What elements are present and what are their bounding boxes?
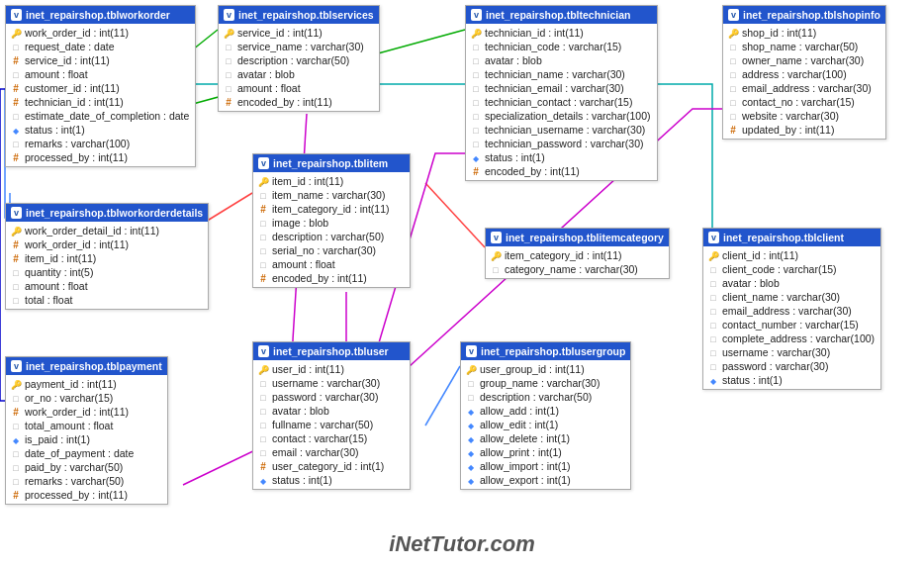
field-label: complete_address : varchar(100): [722, 332, 875, 344]
field-row: □description : varchar(50): [219, 53, 379, 67]
field-label: updated_by : int(11): [742, 124, 834, 136]
field-row: 🔑client_id : int(11): [703, 248, 880, 262]
field-icon: □: [465, 392, 477, 403]
field-row: □address : varchar(100): [723, 67, 885, 81]
table-title-tblusergroup: inet_repairshop.tblusergroup: [481, 345, 625, 357]
field-label: user_group_id : int(11): [480, 363, 585, 375]
field-icon: ◆: [257, 475, 269, 486]
field-icon: □: [707, 306, 719, 317]
field-label: item_name : varchar(30): [272, 189, 385, 201]
table-header-tblpayment: vinet_repairshop.tblpayment: [6, 357, 167, 375]
field-label: email_address : varchar(30): [722, 305, 852, 317]
field-label: allow_import : int(1): [480, 460, 571, 472]
field-label: allow_export : int(1): [480, 474, 571, 486]
field-row: #work_order_id : int(11): [6, 405, 167, 419]
field-icon: #: [10, 239, 22, 250]
field-label: technician_email : varchar(30): [485, 82, 624, 94]
field-label: item_category_id : int(11): [505, 249, 621, 261]
field-icon: □: [470, 83, 482, 94]
field-icon: □: [707, 320, 719, 331]
field-row: □email_address : varchar(30): [703, 304, 880, 318]
field-icon: 🔑: [10, 28, 22, 39]
field-row: □technician_email : varchar(30): [466, 81, 657, 95]
field-row: 🔑work_order_detail_id : int(11): [6, 224, 208, 237]
field-row: ◆status : int(1): [466, 150, 657, 164]
field-label: shop_name : varchar(50): [742, 41, 858, 52]
field-row: #work_order_id : int(11): [6, 237, 208, 251]
field-label: client_id : int(11): [722, 249, 798, 261]
field-label: encoded_by : int(11): [485, 165, 580, 177]
field-label: contact_no : varchar(15): [742, 96, 855, 108]
field-icon: □: [257, 420, 269, 430]
field-row: □email : varchar(30): [253, 445, 410, 459]
table-title-tblitemcategory: inet_repairshop.tblitemcategory: [506, 232, 664, 243]
field-label: fullname : varchar(50): [272, 419, 373, 430]
field-row: □amount : float: [253, 257, 410, 271]
table-type-icon-tblclient: v: [708, 232, 719, 243]
table-header-tblworkorder: vinet_repairshop.tblworkorder: [6, 6, 195, 24]
field-label: owner_name : varchar(30): [742, 54, 864, 66]
field-icon: □: [470, 69, 482, 80]
field-label: allow_delete : int(1): [480, 432, 570, 444]
field-row: #technician_id : int(11): [6, 95, 195, 109]
field-row: □estimate_date_of_completion : date: [6, 109, 195, 123]
field-icon: #: [10, 152, 22, 163]
field-label: serial_no : varchar(30): [272, 244, 376, 256]
field-label: username : varchar(30): [722, 346, 830, 358]
field-label: amount : float: [237, 82, 301, 94]
table-tblusergroup: vinet_repairshop.tblusergroup🔑user_group…: [460, 341, 631, 490]
field-icon: □: [490, 264, 502, 275]
field-icon: □: [727, 55, 739, 66]
field-label: avatar : blob: [485, 54, 542, 66]
field-row: □amount : float: [6, 279, 208, 293]
field-row: □shop_name : varchar(50): [723, 40, 885, 53]
field-icon: □: [707, 278, 719, 289]
table-body-tbltechnician: 🔑technician_id : int(11)□technician_code…: [466, 24, 657, 180]
field-row: 🔑item_category_id : int(11): [486, 248, 669, 262]
field-row: □quantity : int(5): [6, 265, 208, 279]
field-row: □request_date : date: [6, 40, 195, 53]
table-title-tbluser: inet_repairshop.tbluser: [273, 345, 389, 357]
field-row: □paid_by : varchar(50): [6, 460, 167, 474]
field-row: 🔑work_order_id : int(11): [6, 26, 195, 40]
field-label: allow_add : int(1): [480, 405, 559, 417]
field-row: #encoded_by : int(11): [219, 95, 379, 109]
table-title-tblshopinfo: inet_repairshop.tblshopinfo: [743, 9, 880, 21]
field-icon: ◆: [465, 475, 477, 486]
field-label: password : varchar(30): [722, 360, 828, 372]
field-icon: □: [10, 267, 22, 278]
field-icon: □: [257, 245, 269, 256]
table-header-tblitemcategory: vinet_repairshop.tblitemcategory: [486, 229, 669, 246]
field-label: image : blob: [272, 217, 328, 229]
field-icon: ◆: [465, 433, 477, 444]
field-icon: □: [10, 476, 22, 487]
field-row: □technician_password : varchar(30): [466, 137, 657, 150]
field-row: □website : varchar(30): [723, 109, 885, 123]
field-label: technician_id : int(11): [25, 96, 124, 108]
svg-line-7: [425, 366, 460, 426]
field-row: #updated_by : int(11): [723, 123, 885, 137]
field-row: □amount : float: [6, 67, 195, 81]
table-body-tblitemcategory: 🔑item_category_id : int(11)□category_nam…: [486, 246, 669, 278]
field-icon: □: [10, 42, 22, 52]
field-label: avatar : blob: [722, 277, 780, 289]
table-body-tblitem: 🔑item_id : int(11)□item_name : varchar(3…: [253, 172, 410, 287]
field-row: □group_name : varchar(30): [461, 376, 630, 390]
field-row: ◆allow_edit : int(1): [461, 418, 630, 431]
svg-line-0: [193, 30, 218, 49]
field-row: 🔑payment_id : int(11): [6, 377, 167, 391]
field-row: ◆status : int(1): [6, 123, 195, 137]
field-icon: □: [257, 406, 269, 417]
svg-line-4: [425, 183, 485, 247]
db-canvas: vinet_repairshop.tblworkorder🔑work_order…: [0, 0, 924, 569]
field-label: contact : varchar(15): [272, 432, 367, 444]
field-label: customer_id : int(11): [25, 82, 120, 94]
field-row: □email_address : varchar(30): [723, 81, 885, 95]
field-label: description : varchar(50): [237, 54, 349, 66]
field-row: ◆status : int(1): [253, 473, 410, 487]
table-body-tbluser: 🔑user_id : int(11)□username : varchar(30…: [253, 360, 410, 489]
field-label: service_name : varchar(30): [237, 41, 364, 52]
table-title-tbltechnician: inet_repairshop.tbltechnician: [486, 9, 630, 21]
field-icon: □: [470, 111, 482, 122]
table-title-tblitem: inet_repairshop.tblitem: [273, 157, 388, 169]
